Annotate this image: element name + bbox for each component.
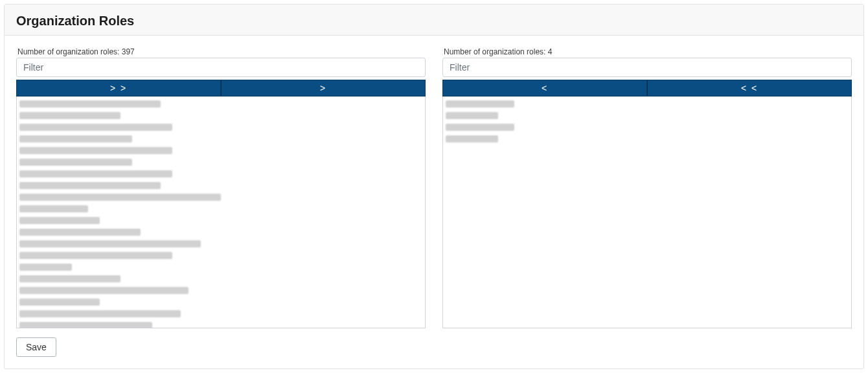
move-all-right-button[interactable]: > > [16, 80, 221, 96]
list-item[interactable] [19, 309, 422, 321]
list-item[interactable] [19, 297, 422, 309]
list-item[interactable] [19, 146, 422, 157]
panel-body: Number of organization roles: 397 > > > … [5, 36, 863, 340]
list-item[interactable] [19, 251, 422, 262]
list-item[interactable] [19, 262, 422, 274]
list-item[interactable] [19, 169, 422, 181]
available-filter-input[interactable] [16, 58, 426, 77]
footer: Save [5, 337, 863, 369]
selected-filter-input[interactable] [442, 58, 852, 77]
list-item[interactable] [19, 239, 422, 251]
list-item[interactable] [19, 111, 422, 122]
selected-roles-listbox[interactable] [442, 96, 852, 328]
move-all-left-button[interactable]: < < [647, 80, 852, 96]
organization-roles-panel: Organization Roles Number of organizatio… [4, 4, 864, 369]
list-item[interactable] [19, 157, 422, 169]
list-item[interactable] [19, 181, 422, 192]
list-item[interactable] [19, 99, 422, 111]
selected-roles-column: Number of organization roles: 4 < < < [442, 47, 852, 328]
available-roles-column: Number of organization roles: 397 > > > [16, 47, 426, 328]
list-item[interactable] [19, 134, 422, 146]
selected-count-label: Number of organization roles: 4 [442, 47, 852, 56]
list-item[interactable] [446, 111, 849, 122]
save-button[interactable]: Save [16, 337, 56, 357]
selected-button-row: < < < [442, 80, 852, 96]
list-item[interactable] [19, 204, 422, 216]
list-item[interactable] [19, 122, 422, 134]
list-item[interactable] [19, 286, 422, 297]
list-item[interactable] [19, 216, 422, 227]
move-one-right-button[interactable]: > [221, 80, 426, 96]
list-item[interactable] [19, 321, 422, 328]
move-one-left-button[interactable]: < [442, 80, 647, 96]
available-roles-listbox[interactable] [16, 96, 426, 328]
panel-header: Organization Roles [5, 5, 863, 36]
available-button-row: > > > [16, 80, 426, 96]
list-item[interactable] [446, 134, 849, 146]
list-item[interactable] [19, 227, 422, 239]
list-item[interactable] [19, 274, 422, 286]
available-count-label: Number of organization roles: 397 [16, 47, 426, 56]
list-item[interactable] [19, 192, 422, 204]
list-item[interactable] [446, 122, 849, 134]
list-item[interactable] [446, 99, 849, 111]
panel-title: Organization Roles [16, 14, 852, 28]
